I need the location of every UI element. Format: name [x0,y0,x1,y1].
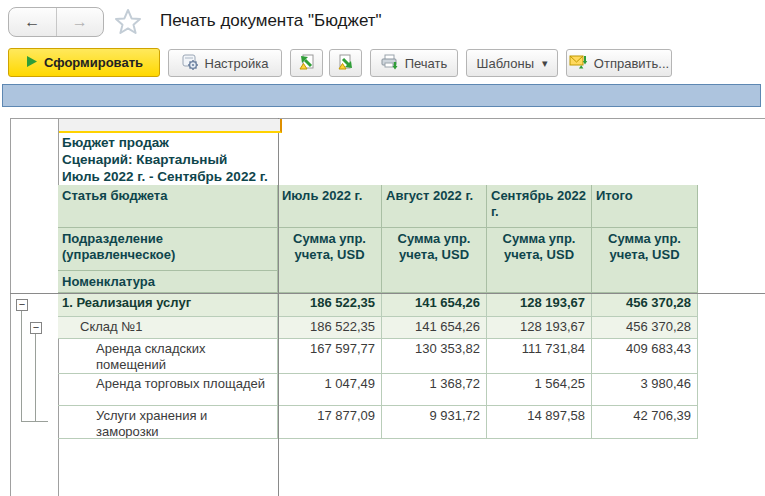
cell-value[interactable]: 456 370,28 [592,293,698,317]
row-label[interactable]: Аренда складских помещений [58,339,278,374]
group-bracket-line [21,421,48,422]
report-title-line: Июль 2022 г. - Сентябрь 2022 г. [62,168,268,185]
settings-button-label: Настройка [205,56,269,71]
cell-value[interactable]: 130 353,82 [382,339,487,374]
report-title[interactable]: Бюджет продаж Сценарий: Квартальный Июль… [62,134,268,185]
templates-button-label: Шаблоны [476,56,534,71]
cell-value[interactable]: 3 980,46 [592,374,698,406]
row-label[interactable]: Аренда торговых площадей [58,374,278,406]
cell-value[interactable]: 409 683,43 [592,339,698,374]
settings-button[interactable]: Настройка [168,49,282,77]
cell-value[interactable]: 167 597,77 [278,339,382,374]
frozen-column-line [278,118,279,496]
cell-value[interactable]: 17 877,09 [278,406,382,439]
info-bar[interactable] [2,84,761,107]
cell-value[interactable]: 1 564,25 [487,374,592,406]
collapse-group-button[interactable]: − [16,299,28,311]
printer-icon [381,54,399,73]
generate-button[interactable]: Сформировать [8,48,160,77]
report-title-line: Сценарий: Квартальный [62,151,268,168]
header-july[interactable]: Июль 2022 г. [278,185,382,228]
header-measure[interactable]: Сумма упр. учета, USD [278,228,382,293]
doc-arrow-left-icon [298,53,316,74]
back-arrow-icon: ← [24,13,40,31]
page-title: Печать документа "Бюджет" [160,11,382,31]
print-button[interactable]: Печать [370,49,458,77]
header-measure[interactable]: Сумма упр. учета, USD [382,228,487,293]
header-measure[interactable]: Сумма упр. учета, USD [487,228,592,293]
row-label[interactable]: Услуги хранения и заморозки [58,406,278,439]
print-button-label: Печать [405,56,448,71]
cell-value[interactable]: 186 522,35 [278,317,382,339]
send-button[interactable]: Отправить... [566,49,672,77]
app-window: ← → Печать документа "Бюджет" Сформирова… [0,0,765,496]
header-august[interactable]: Август 2022 г. [382,185,487,228]
cell-value[interactable]: 128 193,67 [487,293,592,317]
collapse-group-button[interactable]: − [30,322,42,334]
forward-button[interactable]: → [57,8,104,36]
move-left-button[interactable] [290,49,323,77]
cell-value[interactable]: 42 706,39 [592,406,698,439]
header-department[interactable]: Подразделение (управленческое) [58,228,278,271]
send-button-label: Отправить... [594,56,669,71]
header-measure[interactable]: Сумма упр. учета, USD [592,228,698,293]
generate-button-label: Сформировать [44,55,143,70]
report-title-line: Бюджет продаж [62,134,268,151]
history-nav-group: ← → [8,7,104,37]
move-right-button[interactable] [329,49,362,77]
cell-value[interactable]: 141 654,26 [382,293,487,317]
envelope-icon [569,54,588,72]
doc-arrow-right-icon [337,53,355,74]
header-total[interactable]: Итого [592,185,698,228]
header-nomenclature[interactable]: Номенклатура [58,271,278,293]
cell-value[interactable]: 111 731,84 [487,339,592,374]
cell-value[interactable]: 9 931,72 [382,406,487,439]
cell-value[interactable]: 456 370,28 [592,317,698,339]
cell-value[interactable]: 1 047,49 [278,374,382,406]
cell-value[interactable]: 186 522,35 [278,293,382,317]
row-label[interactable]: 1. Реализация услуг [58,293,278,317]
sheet-left-line [10,118,11,496]
group-bracket-line [21,311,22,421]
cell-value[interactable]: 141 654,26 [382,317,487,339]
row-label[interactable]: Склад №1 [58,317,278,339]
chevron-down-icon: ▾ [542,57,548,70]
templates-button[interactable]: Шаблоны ▾ [466,49,558,77]
play-icon [25,55,38,71]
favorite-star-icon[interactable] [112,6,144,38]
group-bracket-line [35,334,36,421]
cell-value[interactable]: 14 897,58 [487,406,592,439]
frozen-row-line [10,293,765,294]
back-button[interactable]: ← [9,8,57,36]
header-budget-item[interactable]: Статья бюджета [58,185,278,228]
selected-cell[interactable] [59,119,282,133]
cell-value[interactable]: 128 193,67 [487,317,592,339]
cell-value[interactable]: 1 368,72 [382,374,487,406]
header-september[interactable]: Сентябрь 2022 г. [487,185,592,228]
forward-arrow-icon: → [72,13,88,31]
gear-icon [182,54,199,73]
